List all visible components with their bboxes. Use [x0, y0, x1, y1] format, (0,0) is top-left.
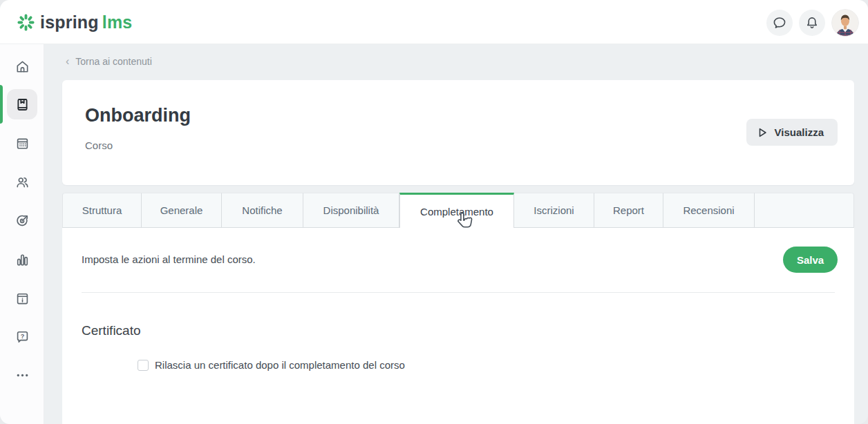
app-window: ispringlms — [0, 0, 868, 424]
tab-disponibilita[interactable]: Disponibilità — [303, 193, 399, 228]
tab-generale[interactable]: Generale — [142, 193, 222, 228]
logo-text: ispringlms — [40, 12, 132, 32]
sidebar-item-reports[interactable] — [7, 244, 37, 275]
target-icon — [15, 213, 30, 229]
home-icon — [15, 59, 30, 75]
tab-completamento[interactable]: Completamento — [399, 193, 514, 228]
breadcrumb-back-link[interactable]: ‹ Torna ai contenuti — [66, 56, 152, 67]
preview-button[interactable]: Visualizza — [746, 119, 838, 146]
tab-struttura[interactable]: Struttura — [62, 193, 142, 228]
svg-text:?: ? — [20, 332, 24, 339]
section-divider — [82, 292, 835, 293]
save-button[interactable]: Salva — [783, 247, 838, 273]
course-tab-bar: Struttura Generale Notifiche Disponibili… — [62, 193, 854, 228]
tab-bar-filler — [755, 193, 854, 228]
certificate-checkbox-label[interactable]: Rilascia un certificato dopo il completa… — [155, 359, 405, 371]
bell-icon — [804, 15, 820, 30]
certificate-checkbox[interactable] — [138, 360, 149, 371]
ellipsis-icon — [15, 367, 30, 383]
book-icon — [15, 97, 30, 113]
course-header-card: Onboarding Corso Visualizza — [62, 80, 854, 185]
top-bar: ispringlms — [0, 0, 868, 44]
people-icon — [15, 174, 30, 190]
bar-chart-icon — [15, 252, 30, 268]
sidebar-item-news[interactable] — [7, 283, 37, 314]
play-icon — [757, 127, 768, 138]
sidebar-item-people[interactable] — [7, 166, 37, 197]
chat-icon — [772, 15, 787, 30]
panel-description: Imposta le azioni al termine del corso. — [82, 253, 256, 265]
breadcrumb-label: Torna ai contenuti — [75, 56, 152, 67]
info-panel-icon — [15, 291, 30, 307]
chat-button[interactable] — [766, 10, 793, 36]
tab-report[interactable]: Report — [594, 193, 663, 228]
tab-recensioni[interactable]: Recensioni — [663, 193, 755, 228]
chevron-left-icon: ‹ — [66, 57, 69, 66]
tab-iscrizioni[interactable]: Iscrizioni — [514, 193, 594, 228]
sidebar-item-courses[interactable] — [7, 89, 37, 119]
sidebar-item-home[interactable] — [7, 51, 37, 81]
question-bubble-icon: ? — [15, 329, 30, 345]
completion-panel: Imposta le azioni al termine del corso. … — [62, 228, 854, 424]
sidebar-item-more[interactable] — [7, 360, 37, 390]
spinner-logo-icon — [17, 13, 35, 32]
notifications-button[interactable] — [799, 10, 825, 36]
user-avatar[interactable] — [831, 9, 859, 37]
calendar-icon — [15, 135, 30, 151]
sidebar-nav: ? — [0, 44, 44, 424]
certificate-checkbox-row: Rilascia un certificato dopo il completa… — [138, 359, 405, 371]
page-title: Onboarding — [85, 105, 191, 126]
sidebar-item-goals[interactable] — [7, 205, 37, 235]
tab-notifiche[interactable]: Notifiche — [222, 193, 303, 228]
sidebar-item-support[interactable]: ? — [7, 321, 37, 351]
sidebar-active-indicator — [0, 85, 3, 124]
ispring-logo[interactable]: ispringlms — [17, 0, 132, 44]
course-type-label: Corso — [85, 139, 113, 151]
certificate-heading: Certificato — [82, 323, 141, 338]
sidebar-item-calendar[interactable] — [7, 128, 37, 158]
